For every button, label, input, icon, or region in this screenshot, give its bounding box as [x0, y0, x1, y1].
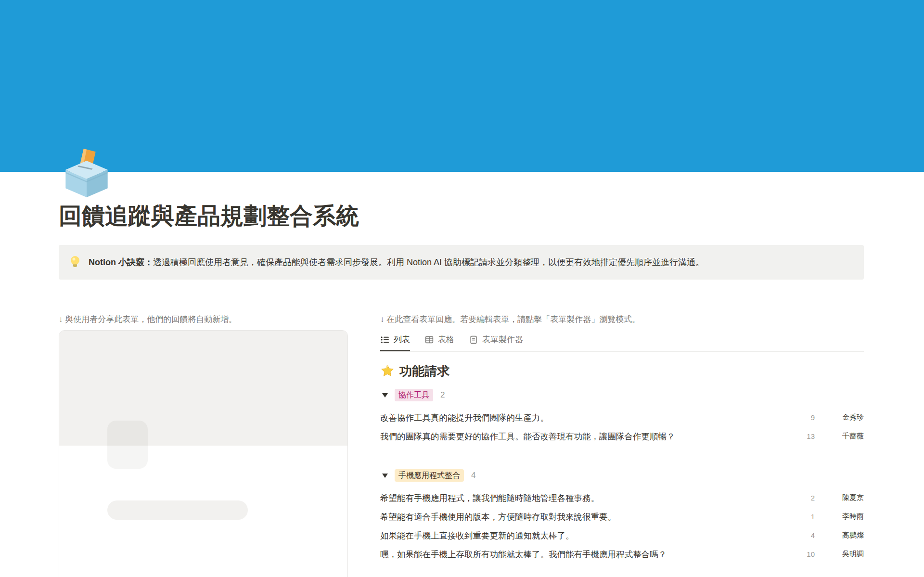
feedback-row[interactable]: 我們的團隊真的需要更好的協作工具。能否改善現有功能，讓團隊合作更順暢？ 13 千… [380, 427, 864, 446]
table-view-icon [424, 335, 434, 345]
list-view-icon [380, 335, 390, 345]
feedback-text: 希望能有手機應用程式，讓我們能隨時隨地管理各種事務。 [380, 492, 796, 504]
lightbulb-icon [69, 255, 81, 269]
feedback-row[interactable]: 希望能有手機應用程式，讓我們能隨時隨地管理各種事務。 2 陳夏京 [380, 488, 864, 507]
vote-count: 1 [796, 513, 815, 521]
group-count: 2 [440, 390, 445, 400]
form-preview-banner [59, 331, 347, 446]
group-badge[interactable]: 手機應用程式整合 [395, 469, 464, 482]
callout-body-text: 透過積極回應使用者意見，確保產品能與使者需求同步發展。利用 Notion AI … [153, 257, 704, 267]
tab-label: 表格 [438, 334, 454, 345]
toggle-down-icon [382, 393, 388, 397]
form-builder-icon [469, 335, 478, 345]
group-count: 4 [471, 471, 475, 480]
group-items: 改善協作工具真的能提升我們團隊的生產力。 9 金秀珍 我們的團隊真的需要更好的協… [380, 408, 864, 446]
group-header[interactable]: 協作工具 2 [380, 388, 864, 402]
author-name: 李時雨 [827, 512, 864, 521]
author-name: 金秀珍 [827, 413, 864, 422]
feedback-text: 嘿，如果能在手機上存取所有功能就太棒了。我們能有手機應用程式整合嗎？ [380, 548, 796, 561]
vote-count: 4 [796, 531, 815, 539]
author-name: 千薔薇 [827, 432, 864, 441]
author-name: 陳夏京 [827, 493, 864, 502]
form-share-instruction: ↓ 與使用者分享此表單，他們的回饋將自動新增。 [59, 313, 348, 326]
page-title[interactable]: 回饋追蹤與產品規劃整合系統 [59, 203, 864, 229]
tab-list-view[interactable]: 列表 [380, 334, 410, 351]
form-share-column: ↓ 與使用者分享此表單，他們的回饋將自動新增。 [59, 313, 348, 577]
vote-count: 13 [796, 432, 815, 440]
feedback-text: 希望能有適合手機使用的版本，方便隨時存取對我來說很重要。 [380, 511, 796, 523]
form-icon-placeholder [107, 421, 148, 469]
feedback-row[interactable]: 希望能有適合手機使用的版本，方便隨時存取對我來說很重要。 1 李時雨 [380, 507, 864, 526]
form-title-placeholder [107, 500, 248, 520]
form-preview-card[interactable] [59, 330, 348, 577]
vote-count: 10 [796, 550, 815, 558]
database-title-text: 功能請求 [399, 362, 449, 380]
vote-count: 9 [796, 413, 815, 422]
tab-label: 表單製作器 [482, 334, 523, 345]
callout-bold-label: Notion 小訣竅： [89, 257, 153, 267]
glowing-star-icon [380, 364, 395, 378]
database-title[interactable]: 功能請求 [380, 362, 864, 380]
feedback-text: 如果能在手機上直接收到重要更新的通知就太棒了。 [380, 529, 796, 542]
group-header[interactable]: 手機應用程式整合 4 [380, 469, 864, 482]
ballot-box-emoji[interactable] [62, 147, 112, 197]
tab-table-view[interactable]: 表格 [424, 334, 454, 351]
responses-column: ↓ 在此查看表單回應。若要編輯表單，請點擊「表單製作器」瀏覽模式。 列表 [380, 313, 864, 577]
feedback-text: 改善協作工具真的能提升我們團隊的生產力。 [380, 411, 796, 424]
group-mobile-app-integration: 手機應用程式整合 4 希望能有手機應用程式，讓我們能隨時隨地管理各種事務。 2 … [380, 469, 864, 564]
group-badge[interactable]: 協作工具 [395, 389, 433, 401]
page-body: 回饋追蹤與產品規劃整合系統 Notion 小訣竅：透過積極回應使用者意見，確保產… [0, 203, 924, 577]
responses-instruction: ↓ 在此查看表單回應。若要編輯表單，請點擊「表單製作器」瀏覽模式。 [380, 313, 864, 326]
view-tabs: 列表 表格 表單製作器 [380, 330, 864, 352]
notion-tip-callout: Notion 小訣竅：透過積極回應使用者意見，確保產品能與使者需求同步發展。利用… [59, 245, 864, 280]
group-items: 希望能有手機應用程式，讓我們能隨時隨地管理各種事務。 2 陳夏京 希望能有適合手… [380, 488, 864, 564]
page-cover [0, 0, 924, 172]
author-name: 高鵬燦 [827, 531, 864, 540]
tab-label: 列表 [394, 334, 410, 345]
group-collaboration-tools: 協作工具 2 改善協作工具真的能提升我們團隊的生產力。 9 金秀珍 我們的團隊真… [380, 388, 864, 446]
feedback-text: 我們的團隊真的需要更好的協作工具。能否改善現有功能，讓團隊合作更順暢？ [380, 430, 796, 443]
toggle-down-icon [382, 474, 388, 478]
two-column-layout: ↓ 與使用者分享此表單，他們的回饋將自動新增。 ↓ 在此查看表單回應。若要編輯表… [59, 313, 864, 577]
author-name: 吳明調 [827, 550, 864, 559]
callout-text: Notion 小訣竅：透過積極回應使用者意見，確保產品能與使者需求同步發展。利用… [89, 256, 704, 269]
ballot-box-icon [62, 147, 112, 197]
feedback-row[interactable]: 嘿，如果能在手機上存取所有功能就太棒了。我們能有手機應用程式整合嗎？ 10 吳明… [380, 545, 864, 564]
vote-count: 2 [796, 494, 815, 502]
feedback-row[interactable]: 改善協作工具真的能提升我們團隊的生產力。 9 金秀珍 [380, 408, 864, 427]
tab-form-builder[interactable]: 表單製作器 [469, 334, 523, 351]
feedback-row[interactable]: 如果能在手機上直接收到重要更新的通知就太棒了。 4 高鵬燦 [380, 526, 864, 545]
